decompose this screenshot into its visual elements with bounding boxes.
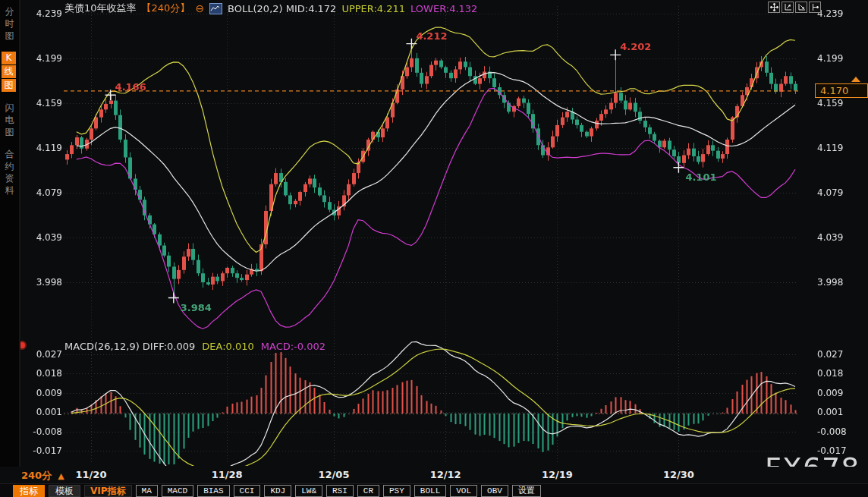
sidebar-item-char: 合: [0, 148, 19, 160]
period-selector[interactable]: 240分▲: [21, 469, 64, 483]
main-axis-label-left: 4.039: [23, 232, 62, 243]
toolbar-button-RSI[interactable]: RSI: [326, 485, 354, 497]
sidebar-item-char: 闪: [0, 102, 19, 114]
sidebar-item-char: 线: [2, 65, 16, 78]
date-label-11/28: 11/28: [210, 469, 244, 480]
macd-header: MACD(26,12,9) DIFF:0.009 DEA:0.010 MACD:…: [64, 341, 326, 352]
sidebar-item-char: 电: [0, 114, 19, 126]
date-label-12/30: 12/30: [662, 469, 695, 480]
date-label-12/12: 12/12: [429, 469, 462, 480]
date-label-12/05: 12/05: [317, 469, 351, 480]
sidebar-item-char: 时: [0, 17, 19, 30]
symbol-title: 美债10年收益率: [64, 2, 137, 15]
boll-upper-label: UPPER:4.211: [341, 3, 405, 14]
price-annotation-4.101: 4.101: [685, 171, 716, 183]
toolbar-button-MACD[interactable]: MACD: [162, 485, 193, 497]
chart-header: 美债10年收益率 【240分】 ⊖ BOLL(20,2) MID:4.172 U…: [64, 2, 477, 14]
main-axis-label-left: 4.239: [23, 8, 62, 19]
main-axis-label-right: 4.199: [817, 53, 860, 64]
crosshair-icon[interactable]: [768, 2, 780, 13]
macd-axis-label-right: 0.001: [817, 407, 860, 417]
sidebar-item-1[interactable]: K线图: [0, 52, 19, 92]
sidebar-item-0[interactable]: 分时图: [0, 5, 19, 42]
collapse-icon[interactable]: ⊖: [195, 4, 204, 14]
toolbar-button-指标[interactable]: 指标: [13, 485, 45, 497]
toolbar-button-设置[interactable]: 设置: [512, 485, 541, 497]
toolbar-button-OBV[interactable]: OBV: [481, 485, 508, 497]
toolbar-button-CR[interactable]: CR: [357, 485, 379, 497]
main-axis-label-left: 4.079: [23, 187, 62, 198]
macd-axis-label-right: 0.027: [817, 349, 860, 360]
macd-value-label: MACD:-0.002: [261, 341, 326, 352]
toolbar-button-模板[interactable]: 模板: [49, 485, 80, 497]
current-price-tag: 4.170: [815, 83, 868, 98]
toolbar-button-VOL[interactable]: VOL: [450, 485, 477, 497]
toolbar-button-BIAS[interactable]: BIAS: [197, 485, 229, 497]
chart-type-sidebar: 分时图K线图闪电图合约资料: [0, 0, 20, 467]
boll-mid-label: BOLL(20,2) MID:4.172: [228, 3, 336, 14]
main-axis-label-left: 4.199: [23, 53, 62, 64]
price-annotation-4.166: 4.166: [115, 81, 146, 93]
macd-axis-label-right: 0.018: [817, 368, 860, 379]
toolbar-button-LW&[interactable]: LW&: [295, 485, 322, 497]
main-axis-label-left: 4.119: [23, 143, 62, 153]
sidebar-item-2[interactable]: 闪电图: [0, 102, 19, 138]
date-label-11/20: 11/20: [74, 469, 108, 480]
macd-axis-label-left: 0.009: [23, 388, 62, 398]
sidebar-item-char: 图: [0, 126, 19, 138]
chart-tool-buttons: [768, 2, 821, 13]
macd-diff-label: MACD(26,12,9) DIFF:0.009: [64, 341, 195, 352]
chart-style-icon[interactable]: [209, 3, 222, 14]
chart-canvas[interactable]: [0, 0, 868, 467]
toolbar-button-VIP指标[interactable]: VIP指标: [84, 485, 132, 497]
main-axis-label-left: 3.998: [23, 277, 62, 288]
sidebar-item-char: 图: [0, 30, 19, 42]
sidebar-item-char: 约: [0, 160, 19, 172]
macd-dea-label: DEA:0.010: [202, 341, 254, 352]
macd-axis-label-left: -0.008: [23, 426, 62, 437]
sidebar-item-char: 资: [0, 172, 19, 184]
main-axis-label-left: 4.159: [23, 98, 62, 109]
chevron-up-icon: ▲: [58, 471, 64, 481]
macd-axis-label-left: 0.018: [23, 368, 62, 379]
main-axis-label-right: 4.119: [817, 143, 860, 153]
toolbar-button-PSY[interactable]: PSY: [383, 485, 410, 497]
sidebar-item-char: 分: [0, 5, 19, 17]
main-axis-label-right: 3.998: [817, 277, 860, 288]
period-label: 【240分】: [142, 2, 190, 15]
price-marker-triangle-icon: [851, 77, 860, 82]
charting-app: 分时图K线图闪电图合约资料 美债10年收益率 【240分】 ⊖ BOLL(20,…: [0, 0, 868, 497]
main-axis-label-right: 4.239: [817, 8, 860, 19]
macd-axis-label-left: -0.017: [23, 445, 62, 456]
main-axis-label-right: 4.159: [817, 98, 860, 109]
indicator-toolbar: 指标模板VIP指标MAMACDBIASCCIKDJLW&RSICRPSYBOLL…: [0, 483, 868, 497]
toolbar-button-CCI[interactable]: CCI: [234, 485, 261, 497]
sidebar-item-char: 图: [2, 79, 16, 92]
macd-axis-label-left: 0.027: [23, 349, 62, 360]
boll-lower-label: LOWER:4.132: [410, 3, 477, 14]
price-annotation-3.984: 3.984: [181, 302, 212, 313]
sidebar-item-char: 料: [0, 184, 19, 197]
sidebar-item-char: K: [2, 52, 16, 64]
toolbar-button-KDJ[interactable]: KDJ: [264, 485, 291, 497]
price-annotation-4.212: 4.212: [416, 30, 447, 42]
period-selector-label: 240分: [21, 470, 52, 481]
date-axis-row: 240分▲ 11/2011/2812/0512/1212/1912/30: [0, 467, 868, 483]
date-label-12/19: 12/19: [540, 469, 574, 480]
macd-axis-label-right: 0.009: [817, 388, 860, 398]
zoom-axis-left-icon[interactable]: [782, 2, 794, 13]
main-axis-label-right: 4.039: [817, 232, 860, 243]
toolbar-button-BOLL[interactable]: BOLL: [414, 485, 446, 497]
sidebar-item-3[interactable]: 合约资料: [0, 148, 19, 197]
price-annotation-4.202: 4.202: [620, 41, 651, 52]
pan-right-icon[interactable]: [809, 2, 821, 13]
macd-axis-label-right: -0.008: [817, 426, 860, 437]
main-axis-label-right: 4.079: [817, 187, 860, 198]
toolbar-button-MA[interactable]: MA: [136, 485, 158, 497]
zoom-axis-right-icon[interactable]: [795, 2, 807, 13]
macd-axis-label-left: 0.001: [23, 407, 62, 417]
